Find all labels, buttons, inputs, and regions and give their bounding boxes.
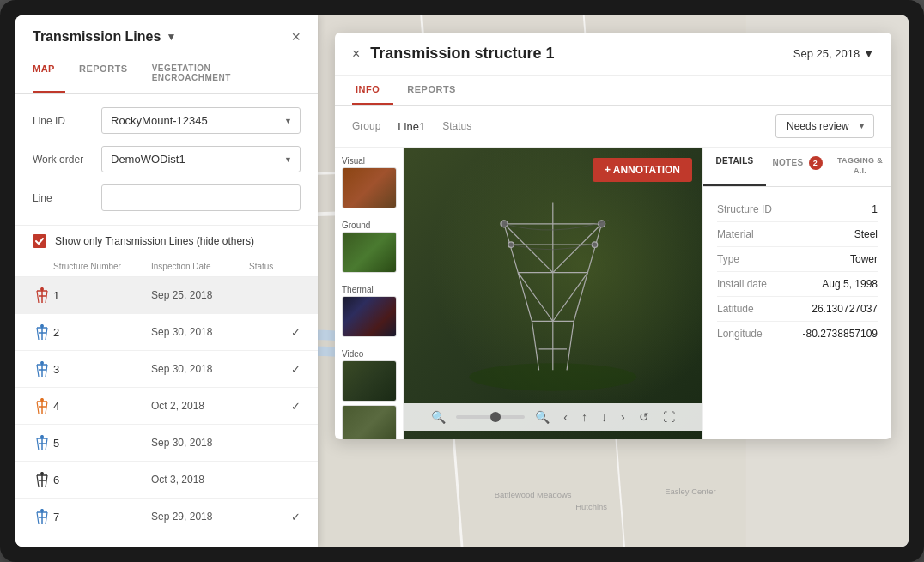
prev-button[interactable]: ‹ <box>560 408 571 426</box>
thermal-thumb[interactable] <box>342 296 397 337</box>
status-label: Status <box>442 120 471 132</box>
info-row-latitude: Latitude 26.130727037 <box>717 297 878 322</box>
row-date: Oct 2, 2018 <box>151 400 249 412</box>
svg-line-53 <box>46 512 47 524</box>
col-icon <box>33 262 53 271</box>
line-input[interactable] <box>101 184 301 211</box>
detail-title: Transmission structure 1 <box>370 45 782 63</box>
tower-icon <box>33 507 52 526</box>
svg-line-63 <box>574 273 587 322</box>
row-date: Sep 25, 2018 <box>151 289 249 301</box>
table-row[interactable]: 1 Sep 25, 2018 <box>15 277 318 314</box>
svg-line-69 <box>553 273 588 322</box>
tower-icon <box>33 360 52 378</box>
status-select[interactable]: Needs review Reviewed Pending <box>775 114 874 138</box>
svg-point-54 <box>40 509 44 512</box>
ground-thumb[interactable] <box>342 232 397 273</box>
video-thumb-2[interactable] <box>342 405 397 439</box>
tab-map[interactable]: MAP <box>33 55 65 93</box>
tab-vegetation[interactable]: VEGETATION ENCROACHMENT <box>152 55 287 93</box>
work-order-field: Work order DemoWODist1 <box>33 146 301 172</box>
panel-close-button[interactable]: × <box>291 29 301 45</box>
table-row[interactable]: 6 Oct 3, 2018 <box>15 462 318 499</box>
tower-illustration <box>448 177 658 410</box>
svg-line-47 <box>46 475 47 487</box>
svg-point-48 <box>40 472 44 475</box>
zoom-out-button[interactable]: 🔍 <box>532 408 553 426</box>
work-order-select[interactable]: DemoWODist1 <box>101 146 301 172</box>
svg-point-18 <box>40 287 44 291</box>
photo-area: + ANNOTATION 🔍 🔍 ‹ ↑ ↓ › ↺ <box>404 148 702 439</box>
zoom-dot <box>490 412 501 422</box>
col-date: Inspection date <box>151 262 249 271</box>
tower-icon <box>33 396 52 415</box>
visual-thumb[interactable] <box>342 167 397 208</box>
device-frame: Camden Heights Garden Terrace Great Neck… <box>0 0 924 562</box>
info-key: Structure ID <box>717 203 772 215</box>
tab-detail-reports[interactable]: REPORTS <box>404 76 470 105</box>
row-status: ✓ <box>249 400 301 413</box>
group-label: Group <box>352 120 380 132</box>
line-id-select[interactable]: RockyMount-12345 <box>101 107 301 134</box>
tab-reports[interactable]: REPORTS <box>79 55 138 93</box>
table-row[interactable]: 3 Sep 30, 2018 ✓ <box>15 351 318 388</box>
structure-table: Structure number Inspection date Status … <box>15 257 318 547</box>
rotate-button[interactable]: ↺ <box>635 408 653 426</box>
work-order-select-wrap: DemoWODist1 <box>101 146 301 172</box>
tab-tagging[interactable]: TAGGING & A.I. <box>829 148 891 186</box>
svg-line-28 <box>37 365 39 377</box>
table-row[interactable]: 2 Sep 30, 2018 ✓ <box>15 314 318 351</box>
svg-line-62 <box>518 273 532 322</box>
app-window: Camden Heights Garden Terrace Great Neck… <box>15 15 909 547</box>
svg-line-52 <box>37 512 39 524</box>
next-button[interactable]: › <box>617 408 629 426</box>
work-order-label: Work order <box>33 154 94 166</box>
svg-line-34 <box>37 402 39 414</box>
row-num: 3 <box>53 363 151 376</box>
tower-icon <box>33 286 52 305</box>
tab-details[interactable]: DETAILS <box>703 148 766 186</box>
video-thumb-1[interactable] <box>342 360 397 402</box>
chevron-down-icon: ▼ <box>863 47 874 60</box>
table-row[interactable]: 7 Sep 29, 2018 ✓ <box>15 499 318 535</box>
up-button[interactable]: ↑ <box>578 408 591 426</box>
line-label: Line <box>33 192 94 204</box>
annotation-button[interactable]: + ANNOTATION <box>593 158 692 182</box>
checkbox-row: Show only Transmission Lines (hide other… <box>15 225 318 257</box>
svg-point-36 <box>40 398 44 402</box>
tab-notes[interactable]: NOTES 2 <box>766 148 829 186</box>
svg-line-16 <box>37 291 39 303</box>
tower-icon <box>33 470 52 489</box>
row-num: 6 <box>53 474 151 486</box>
checkbox-icon[interactable] <box>33 234 46 248</box>
info-key: Type <box>717 253 739 265</box>
svg-line-68 <box>518 273 553 322</box>
info-key: Latitude <box>717 303 754 315</box>
row-num: 1 <box>53 289 151 302</box>
info-column: DETAILS NOTES 2 TAGGING & A.I. Structure… <box>702 148 891 439</box>
col-status: Status <box>249 262 301 271</box>
table-row[interactable]: 5 Sep 30, 2018 <box>15 425 318 462</box>
video-label: Video <box>342 349 396 359</box>
fullscreen-button[interactable]: ⛶ <box>660 408 678 426</box>
svg-point-30 <box>40 361 44 365</box>
svg-line-46 <box>37 475 39 487</box>
zoom-slider[interactable] <box>456 415 525 419</box>
table-row[interactable]: 4 Oct 2, 2018 ✓ <box>15 388 318 425</box>
panel-title: Transmission Lines ▼ <box>33 29 176 45</box>
info-val: -80.2738857109 <box>803 328 878 340</box>
panel-header: Transmission Lines ▼ × <box>15 15 318 45</box>
tab-info[interactable]: INFO <box>352 76 393 105</box>
tower-icon <box>33 433 52 452</box>
line-id-select-wrap: RockyMount-12345 <box>101 107 301 134</box>
zoom-in-button[interactable]: 🔍 <box>428 408 449 426</box>
detail-tabs: INFO REPORTS <box>335 76 891 106</box>
tower-icon <box>33 323 52 341</box>
detail-close-button[interactable]: × <box>352 46 360 62</box>
photo-controls: 🔍 🔍 ‹ ↑ ↓ › ↺ ⛶ <box>404 403 702 431</box>
info-val: 1 <box>872 203 878 215</box>
media-section-visual: Visual <box>342 156 396 208</box>
row-num: 7 <box>53 511 151 523</box>
row-num: 5 <box>53 437 151 450</box>
down-button[interactable]: ↓ <box>598 408 611 426</box>
